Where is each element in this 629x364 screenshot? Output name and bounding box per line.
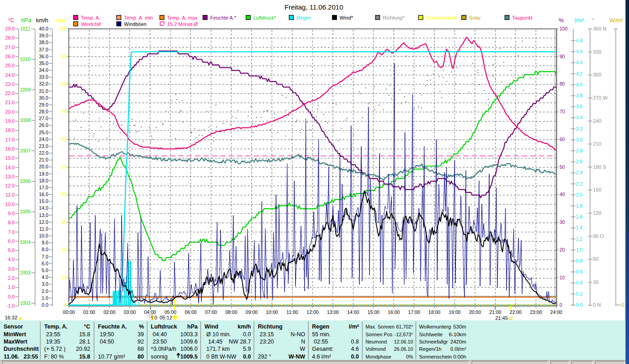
svg-text:1004: 1004 <box>20 239 31 245</box>
svg-text:92: 92 <box>138 339 144 345</box>
svg-text:3.6: 3.6 <box>576 104 583 109</box>
svg-text:1003: 1003 <box>20 270 31 275</box>
svg-text:39.0: 39.0 <box>39 33 49 38</box>
svg-text:4.0: 4.0 <box>8 257 15 262</box>
svg-text:32.0: 32.0 <box>39 81 49 86</box>
svg-text:4.8: 4.8 <box>576 38 583 43</box>
svg-text:14.0: 14.0 <box>5 165 15 170</box>
svg-text:19:50: 19:50 <box>100 331 114 338</box>
svg-text:17:00: 17:00 <box>408 309 420 315</box>
svg-text:Schneefallgr: Schneefallgr <box>419 339 448 344</box>
svg-text:90 O: 90 O <box>593 233 604 239</box>
svg-text:1009.6: 1009.6 <box>180 339 198 345</box>
svg-text:1.0: 1.0 <box>576 247 583 253</box>
svg-text:26.0: 26.0 <box>5 54 15 59</box>
svg-text:19.0: 19.0 <box>39 171 49 177</box>
svg-text:20: 20 <box>61 247 66 253</box>
svg-text:Luftdruck: Luftdruck <box>151 324 177 330</box>
svg-text:%: % <box>558 17 563 24</box>
svg-text:16:00: 16:00 <box>388 309 399 315</box>
svg-text:11.0: 11.0 <box>39 226 48 232</box>
svg-text:1006: 1006 <box>20 178 31 184</box>
svg-text:W/m²: W/m² <box>609 17 623 24</box>
svg-text:18:00: 18:00 <box>429 309 440 315</box>
svg-text:02:00: 02:00 <box>103 309 115 315</box>
svg-text:1003.3: 1003.3 <box>180 331 198 338</box>
svg-text:1010: 1010 <box>20 56 31 62</box>
svg-text:70: 70 <box>61 109 66 114</box>
svg-text:Windchill: Windchill <box>81 21 101 27</box>
svg-text:21.0: 21.0 <box>39 157 49 162</box>
svg-text:40: 40 <box>560 192 565 197</box>
svg-text:1009.5: 1009.5 <box>180 354 198 360</box>
svg-text:6.0: 6.0 <box>41 261 48 266</box>
svg-text:29.0: 29.0 <box>39 102 49 107</box>
svg-text:330: 330 <box>593 49 601 55</box>
svg-text:(+ 5.72 ): (+ 5.72 ) <box>44 346 66 352</box>
svg-text:Sonnen Pos: Sonnen Pos <box>366 332 393 337</box>
svg-text:9.0: 9.0 <box>8 211 15 216</box>
svg-text:20:00: 20:00 <box>469 309 481 315</box>
svg-text:55 min.: 55 min. <box>312 331 331 338</box>
svg-text:270 W: 270 W <box>593 95 608 101</box>
svg-text:27.0: 27.0 <box>5 45 15 50</box>
svg-text:12.0: 12.0 <box>39 219 49 225</box>
svg-text:25.0: 25.0 <box>5 63 15 68</box>
svg-text:30: 30 <box>61 219 66 225</box>
svg-text:0 Bft W-NW: 0 Bft W-NW <box>206 354 236 360</box>
svg-text:80: 80 <box>560 81 565 86</box>
svg-text:21.0: 21.0 <box>5 100 15 105</box>
svg-text:Temp. A. min: Temp. A. min <box>124 15 153 20</box>
svg-text:hPa: hPa <box>187 324 198 330</box>
svg-text:Sonnenschein: Sonnenschein <box>419 354 452 359</box>
svg-text:°: ° <box>592 17 594 24</box>
svg-text:2.0: 2.0 <box>41 288 48 294</box>
svg-text:2.2: 2.2 <box>576 181 583 187</box>
svg-text:1007: 1007 <box>20 148 31 153</box>
svg-text:19:35: 19:35 <box>46 339 60 345</box>
svg-text:6-10km: 6-10km <box>449 332 466 337</box>
svg-text:22.0: 22.0 <box>5 91 15 96</box>
svg-text:1.8: 1.8 <box>576 203 583 208</box>
svg-text:15.8: 15.8 <box>79 354 90 360</box>
svg-text:Gesamt:: Gesamt: <box>312 346 333 352</box>
svg-text:28.1: 28.1 <box>79 339 90 345</box>
svg-text:0.0: 0.0 <box>243 354 251 360</box>
svg-text:18.0: 18.0 <box>39 178 49 183</box>
svg-text:6.0: 6.0 <box>8 238 15 244</box>
svg-text:0.0l/m²: 0.0l/m² <box>450 346 466 352</box>
svg-text:14.0: 14.0 <box>39 205 49 211</box>
svg-text:61,702°: 61,702° <box>396 324 413 329</box>
svg-text:16:32: 16:32 <box>5 315 18 320</box>
svg-text:1009: 1009 <box>20 87 31 92</box>
svg-text:3.4: 3.4 <box>576 115 583 120</box>
svg-text:04:40: 04:40 <box>153 331 167 338</box>
svg-text:24.0: 24.0 <box>5 72 15 78</box>
svg-text:28.0: 28.0 <box>5 35 15 40</box>
svg-text:Wolkenunterg: Wolkenunterg <box>419 324 451 329</box>
svg-text:90: 90 <box>560 54 565 59</box>
svg-text:4.6: 4.6 <box>576 49 583 54</box>
svg-text:Solar: Solar <box>469 15 481 20</box>
svg-text:hPa: hPa <box>21 17 31 24</box>
svg-text:17.0: 17.0 <box>39 185 49 190</box>
svg-text:10: 10 <box>560 275 565 280</box>
svg-text:50: 50 <box>61 164 66 170</box>
svg-text:68: 68 <box>138 346 144 352</box>
svg-text:240: 240 <box>593 118 601 124</box>
svg-text:0.8: 0.8 <box>576 258 583 263</box>
svg-text:19:00: 19:00 <box>449 309 460 315</box>
svg-text:0.0: 0.0 <box>41 302 48 308</box>
svg-text:33.0: 33.0 <box>39 74 49 80</box>
svg-text:37.0: 37.0 <box>39 47 49 52</box>
svg-text:11.0: 11.0 <box>5 192 15 197</box>
svg-text:3.8: 3.8 <box>576 93 583 98</box>
svg-text:8.0: 8.0 <box>8 220 15 225</box>
svg-text:171.7 km: 171.7 km <box>206 346 230 352</box>
svg-text:31.0: 31.0 <box>39 88 49 94</box>
svg-text:08:00: 08:00 <box>225 309 237 315</box>
svg-text:5.0: 5.0 <box>41 268 48 273</box>
svg-text:22:00: 22:00 <box>510 309 522 315</box>
svg-text:25.0: 25.0 <box>39 130 49 135</box>
svg-text:14:00: 14:00 <box>347 309 359 315</box>
